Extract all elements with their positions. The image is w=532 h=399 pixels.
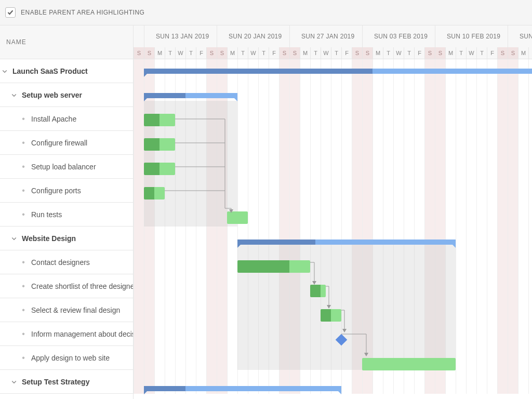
tree-parent-row[interactable]: Setup web server [0, 83, 133, 107]
day-header-cell: W [466, 47, 476, 59]
timeline-row [134, 279, 532, 303]
day-header-cell: S [217, 47, 227, 59]
tree-task-row[interactable]: •Inform management about decision [0, 322, 133, 346]
bullet-icon: • [19, 282, 28, 290]
day-header-cell: M [518, 47, 528, 59]
timeline-body[interactable] [134, 59, 532, 394]
task-bar[interactable] [144, 138, 175, 151]
tree-task-row[interactable]: •Setup load balancer [0, 155, 133, 179]
row-label: Contact designers [28, 258, 90, 267]
toolbar: ENABLE PARENT AREA HIGHLIGHTING [0, 0, 532, 25]
bullet-icon: • [19, 354, 28, 362]
task-bar[interactable] [237, 260, 310, 273]
row-label: Run tests [28, 210, 62, 219]
tree-parent-row[interactable]: Launch SaaS Product [0, 59, 133, 83]
enable-highlighting-checkbox[interactable] [5, 7, 16, 18]
day-header-cell: S [289, 47, 300, 59]
day-header-cell: S [497, 47, 508, 59]
week-header-cell: SUN 03 FEB 2019 [362, 25, 435, 47]
tree-parent-row[interactable]: Setup Test Strategy [0, 370, 133, 394]
chevron-down-icon[interactable] [9, 377, 19, 387]
timeline-row [134, 352, 532, 377]
day-header-cell: W [175, 47, 185, 59]
task-bar[interactable] [227, 211, 248, 224]
timeline-row [134, 84, 532, 108]
row-label: Setup Test Strategy [19, 378, 89, 386]
milestone[interactable] [336, 334, 348, 346]
parent-bar[interactable] [144, 386, 341, 391]
enable-highlighting-label: ENABLE PARENT AREA HIGHLIGHTING [21, 9, 144, 16]
timeline-days-row: SSMTWTFSSMTWTFSSMTWTFSSMTWTFSSMTWTFSSMT [134, 47, 532, 59]
day-header-cell: S [279, 47, 289, 59]
tree-panel: NAME Launch SaaS ProductSetup web server… [0, 25, 134, 399]
timeline-row [134, 230, 532, 255]
week-header-cell: SUN 27 JAN 2019 [289, 25, 362, 47]
bullet-icon: • [19, 330, 28, 338]
timeline-row [134, 206, 532, 230]
task-bar[interactable] [321, 309, 341, 322]
day-header-cell: T [310, 47, 321, 59]
row-label: Select & review final design [28, 306, 120, 314]
timeline-row [134, 59, 532, 84]
row-label: Inform management about decision [28, 330, 133, 338]
day-header-cell: T [165, 47, 175, 59]
day-header-cell: S [435, 47, 445, 59]
day-header-cell: S [424, 47, 435, 59]
day-header-cell: W [248, 47, 258, 59]
day-header-cell: S [206, 47, 217, 59]
row-label: Setup web server [19, 91, 82, 99]
day-header-cell: T [476, 47, 487, 59]
day-header-cell: S [508, 47, 518, 59]
row-label: Configure ports [28, 187, 81, 195]
task-tree[interactable]: Launch SaaS ProductSetup web server•Inst… [0, 59, 133, 399]
row-label: Install Apache [28, 115, 76, 123]
task-bar[interactable] [144, 163, 175, 175]
tree-task-row[interactable]: •Contact designers [0, 250, 133, 274]
day-header-cell: F [196, 47, 206, 59]
parent-bar[interactable] [237, 240, 456, 245]
day-header-cell: W [393, 47, 404, 59]
bullet-icon: • [19, 258, 28, 267]
day-header-cell: T [456, 47, 466, 59]
row-label: Launch SaaS Product [9, 67, 88, 75]
row-label: Website Design [19, 234, 76, 243]
tree-task-row[interactable]: •Run tests [0, 203, 133, 227]
bullet-icon: • [19, 306, 28, 314]
task-bar[interactable] [362, 358, 456, 370]
day-header-cell: S [134, 47, 144, 59]
timeline-row [134, 255, 532, 279]
task-bar[interactable] [144, 187, 165, 200]
tree-task-row[interactable]: •Configure ports [0, 179, 133, 203]
day-header-cell: T [528, 47, 532, 59]
task-bar[interactable] [310, 285, 326, 297]
chevron-down-icon[interactable] [0, 66, 9, 76]
bullet-icon: • [19, 115, 28, 123]
chevron-down-icon[interactable] [9, 90, 19, 100]
tree-task-row[interactable]: •Install Apache [0, 107, 133, 131]
timeline-row [134, 303, 532, 328]
gantt-app: ENABLE PARENT AREA HIGHLIGHTING NAME Lau… [0, 0, 532, 399]
parent-bar[interactable] [144, 93, 237, 98]
tree-task-row[interactable]: •Configure firewall [0, 131, 133, 155]
row-label: Apply design to web site [28, 354, 110, 362]
task-bar[interactable] [144, 114, 175, 126]
tree-task-row[interactable]: •Select & review final design [0, 298, 133, 322]
parent-bar[interactable] [144, 69, 532, 74]
timeline-row [134, 157, 532, 181]
week-header-cell: SUN 17 [508, 25, 532, 47]
timeline-row [134, 328, 532, 352]
week-header-cell: SUN 20 JAN 2019 [217, 25, 289, 47]
timeline-row [134, 132, 532, 157]
bullet-icon: • [19, 210, 28, 219]
bullet-icon: • [19, 163, 28, 171]
day-header-cell: F [269, 47, 279, 59]
chevron-down-icon[interactable] [9, 234, 19, 243]
tree-task-row[interactable]: •Apply design to web site [0, 346, 133, 370]
tree-task-row[interactable]: •Create shortlist of three designers [0, 274, 133, 298]
tree-parent-row[interactable]: Website Design [0, 227, 133, 250]
day-header-cell: M [227, 47, 237, 59]
timeline-panel[interactable]: SUN 13 JAN 2019SUN 20 JAN 2019SUN 27 JAN… [134, 25, 532, 399]
day-header-cell: F [487, 47, 497, 59]
check-icon [7, 9, 14, 16]
day-header-cell: S [362, 47, 373, 59]
